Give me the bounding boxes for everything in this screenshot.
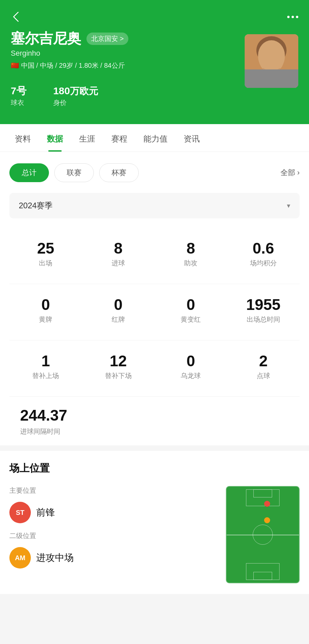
secondary-position-label: 二级位置 [9, 531, 212, 540]
season-label: 2024赛季 [19, 200, 53, 211]
stat-label: 场均积分 [231, 259, 296, 268]
bottom-spacer [0, 594, 309, 614]
pill-cup[interactable]: 杯赛 [99, 163, 139, 182]
svg-rect-0 [245, 34, 298, 88]
primary-position-name: 前锋 [36, 506, 55, 519]
stat-label: 助攻 [159, 259, 223, 268]
stat-label: 出场 [13, 259, 78, 268]
stat-rating: 0.6 场均积分 [227, 231, 300, 277]
content-area: 总计 联赛 杯赛 全部 › 2024赛季 ▾ 25 出场 8 进球 8 助攻 0… [0, 152, 309, 445]
stat-label: 出场总时间 [231, 315, 296, 324]
hero-section: 塞尔吉尼奥 北京国安 > Serginho 🇨🇳 中国 / 中场 / 29岁 /… [0, 0, 309, 124]
tab-career[interactable]: 生涯 [71, 124, 103, 152]
jersey-stat: 7号 球衣 [11, 79, 26, 107]
secondary-position-name: 进攻中场 [36, 551, 74, 564]
tab-news[interactable]: 资讯 [176, 124, 208, 152]
value-label: 身价 [53, 98, 98, 107]
stat-label: 黄牌 [13, 315, 78, 324]
stat-goals: 8 进球 [82, 231, 155, 277]
stat-minutes: 1955 出场总时间 [227, 287, 300, 333]
tab-data[interactable]: 数据 [39, 124, 71, 152]
dot-icon [296, 16, 298, 18]
svg-rect-7 [245, 78, 298, 88]
primary-position-badge: ST 前锋 [9, 502, 212, 523]
goal-interval-label: 进球间隔时间 [20, 427, 289, 436]
stat-assists: 8 助攻 [154, 231, 227, 277]
stats-row-1: 25 出场 8 进球 8 助攻 0.6 场均积分 [0, 228, 309, 284]
tab-schedule[interactable]: 赛程 [103, 124, 135, 152]
stat-red: 0 红牌 [82, 287, 155, 333]
stat-num: 0 [159, 297, 223, 312]
primary-position-label: 主要位置 [9, 486, 212, 495]
stat-label: 进球 [86, 259, 151, 268]
small-box-bottom [253, 572, 272, 580]
stat-num: 0 [13, 297, 78, 312]
value-stat: 180万欧元 身价 [53, 79, 98, 107]
stat-label: 点球 [231, 371, 296, 380]
back-button[interactable] [11, 9, 25, 24]
svg-point-1 [256, 36, 287, 64]
filter-all-button[interactable]: 全部 › [281, 168, 300, 178]
tab-ability[interactable]: 能力值 [135, 124, 176, 152]
tab-profile[interactable]: 资料 [7, 124, 39, 152]
svg-point-8 [262, 66, 281, 73]
stat-yellow: 0 黄牌 [9, 287, 82, 333]
filter-bar: 总计 联赛 杯赛 全部 › [0, 155, 309, 190]
player-name: 塞尔吉尼奥 [11, 31, 81, 46]
position-content: 主要位置 ST 前锋 二级位置 AM 进攻中场 [9, 486, 300, 583]
stat-yellow-red: 0 黄变红 [154, 287, 227, 333]
dot-icon [287, 16, 290, 18]
svg-point-3 [265, 55, 268, 59]
stat-label: 乌龙球 [159, 371, 223, 380]
am-tag: AM [9, 547, 31, 569]
season-selector[interactable]: 2024赛季 ▾ [9, 193, 300, 218]
dot-icon [292, 16, 294, 18]
pill-league[interactable]: 联赛 [54, 163, 94, 182]
section-title: 场上位置 [9, 462, 300, 475]
stat-sub-off: 12 替补下场 [82, 344, 155, 390]
small-box-top [253, 489, 272, 497]
svg-point-5 [270, 61, 273, 63]
st-tag: ST [9, 502, 31, 523]
stat-num: 25 [13, 240, 78, 256]
pill-total[interactable]: 总计 [9, 163, 49, 182]
secondary-position-badge: AM 进攻中场 [9, 547, 212, 569]
club-tag[interactable]: 北京国安 > [86, 33, 128, 45]
stat-label: 红牌 [86, 315, 151, 324]
player-latin-name: Serginho [11, 49, 245, 58]
stat-label: 黄变红 [159, 315, 223, 324]
svg-point-4 [275, 55, 278, 59]
back-arrow-icon [13, 11, 23, 22]
stat-num: 8 [86, 240, 151, 256]
stat-num: 8 [159, 240, 223, 256]
stat-penalty: 2 点球 [227, 344, 300, 390]
player-value: 180万欧元 [53, 79, 98, 97]
stat-num: 2 [231, 353, 296, 369]
goal-interval-num: 244.37 [20, 406, 289, 424]
stat-sub-on: 1 替补上场 [9, 344, 82, 390]
jersey-number: 7号 [11, 79, 26, 97]
stat-label: 替补上场 [13, 371, 78, 380]
extra-stat-section: 244.37 进球间隔时间 [0, 397, 309, 445]
stat-num: 0 [159, 353, 223, 369]
position-left: 主要位置 ST 前锋 二级位置 AM 进攻中场 [9, 486, 212, 574]
svg-rect-6 [263, 72, 280, 82]
more-button[interactable] [287, 16, 298, 18]
stats-row-3: 1 替补上场 12 替补下场 0 乌龙球 2 点球 [0, 340, 309, 396]
avatar [245, 34, 298, 88]
stat-num: 0.6 [231, 240, 296, 256]
stat-num: 1 [13, 353, 78, 369]
player-info: 🇨🇳 中国 / 中场 / 29岁 / 1.80米 / 84公斤 [11, 61, 245, 70]
jersey-label: 球衣 [11, 98, 26, 107]
avatar-image [245, 34, 298, 88]
stat-label: 替补下场 [86, 371, 151, 380]
stat-num: 1955 [231, 297, 296, 312]
stat-num: 0 [86, 297, 151, 312]
chevron-down-icon: ▾ [287, 202, 290, 210]
stat-appearances: 25 出场 [9, 231, 82, 277]
pitch-diagram [226, 486, 300, 583]
center-circle [253, 525, 273, 545]
stat-own-goal: 0 乌龙球 [154, 344, 227, 390]
secondary-position-dot [264, 517, 270, 523]
stat-num: 12 [86, 353, 151, 369]
